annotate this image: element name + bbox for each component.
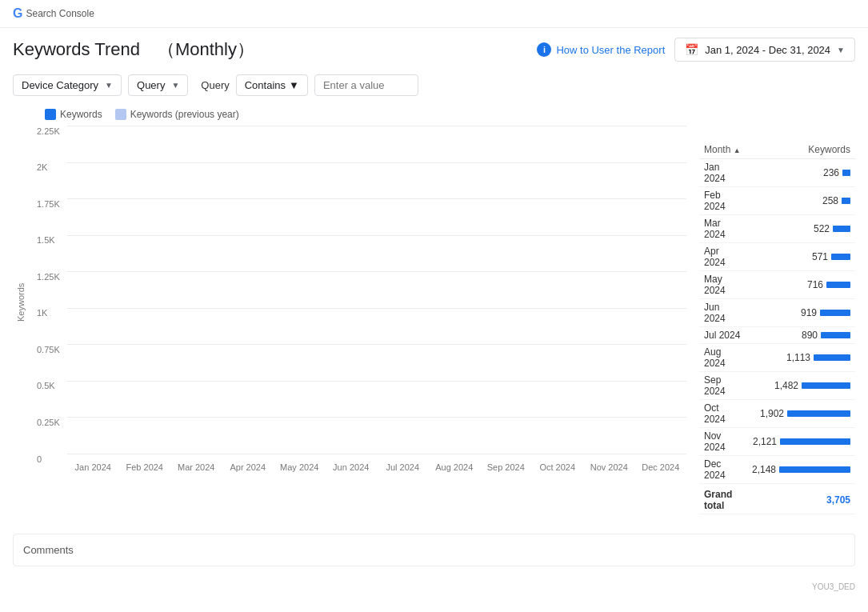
x-label: Jan 2024 <box>67 462 119 472</box>
table-cell-value: 258 <box>747 187 855 215</box>
mini-bar <box>814 354 850 361</box>
grand-total-value: 3,705 <box>747 484 855 514</box>
contains-caret: ▼ <box>289 79 299 91</box>
x-label: Sep 2024 <box>480 462 532 472</box>
x-label: Jun 2024 <box>326 462 378 472</box>
bars-container <box>67 126 686 454</box>
calendar-icon: 📅 <box>685 43 698 56</box>
mini-bar <box>779 466 850 473</box>
legend-keywords-prev-label: Keywords (previous year) <box>130 109 239 120</box>
query-filter-caret: ▼ <box>171 81 179 90</box>
table-value: 919 <box>801 307 817 318</box>
mini-bar-cell: 919 <box>752 307 850 318</box>
y-tick-label: 1.75K <box>37 199 60 209</box>
table-cell-value: 2,121 <box>747 428 855 456</box>
table-body: Jan 2024236Feb 2024258Mar 2024522Apr 202… <box>699 159 855 484</box>
query-filter-dropdown[interactable]: Query ▼ <box>128 74 188 96</box>
filters-row: Device Category ▼ Query ▼ Query Contains… <box>0 68 868 102</box>
logo-text: Search Console <box>26 8 94 19</box>
query-label: Query <box>201 79 229 91</box>
google-logo: G Search Console <box>13 6 94 21</box>
table-cell-value: 1,482 <box>747 372 855 400</box>
table-cell-value: 1,902 <box>747 400 855 428</box>
data-table: Month ▲ Keywords Jan 2024236Feb 2024258M… <box>699 141 855 514</box>
mini-bar <box>780 438 850 445</box>
table-value: 1,902 <box>760 408 784 419</box>
table-value: 1,113 <box>786 352 810 363</box>
mini-bar <box>833 226 850 232</box>
mini-bar <box>826 282 850 288</box>
table-value: 571 <box>812 251 828 262</box>
chart-inner: 00.25K0.5K0.75K1K1.25K1.5K1.75K2K2.25K J… <box>35 126 686 478</box>
query-filter-label: Query <box>137 79 165 91</box>
sort-arrow-month: ▲ <box>734 146 741 154</box>
chart-container: Keywords Keywords (previous year) Keywor… <box>13 109 686 514</box>
mini-bar-cell: 2,121 <box>752 436 850 447</box>
table-value: 236 <box>823 167 839 178</box>
mini-bar <box>820 310 850 316</box>
page-header: Keywords Trend （Monthly） i How to User t… <box>0 28 868 68</box>
table-row: Jan 2024236 <box>699 159 855 187</box>
date-picker[interactable]: 📅 Jan 1, 2024 - Dec 31, 2024 ▼ <box>674 38 855 62</box>
table-cell-month: Nov 2024 <box>699 428 747 456</box>
x-label: Nov 2024 <box>583 462 635 472</box>
y-tick-label: 0 <box>37 454 42 464</box>
chart-legend: Keywords Keywords (previous year) <box>45 109 686 120</box>
y-tick-label: 2K <box>37 162 47 172</box>
mini-bar-cell: 1,482 <box>752 380 850 391</box>
table-cell-month: Jun 2024 <box>699 299 747 327</box>
table-col-month[interactable]: Month ▲ <box>699 141 747 159</box>
table-row: Oct 20241,902 <box>699 400 855 428</box>
mini-bar-cell: 890 <box>752 330 850 341</box>
footer-text: YOU3_DED <box>812 582 855 591</box>
footer: YOU3_DED <box>0 579 868 594</box>
mini-bar-cell: 236 <box>752 167 850 178</box>
mini-bar <box>821 332 850 338</box>
x-label: May 2024 <box>274 462 326 472</box>
y-tick-label: 0.5K <box>37 381 55 390</box>
x-label: Dec 2024 <box>635 462 687 472</box>
table-cell-value: 571 <box>747 243 855 271</box>
query-value-input[interactable] <box>314 74 418 96</box>
mini-bar-cell: 571 <box>752 251 850 262</box>
table-cell-month: Aug 2024 <box>699 344 747 372</box>
grand-total-row: Grand total 3,705 <box>699 484 855 514</box>
how-to-link[interactable]: i How to User the Report <box>537 42 665 57</box>
mini-bar-cell: 716 <box>752 279 850 290</box>
table-cell-month: Jul 2024 <box>699 327 747 344</box>
y-tick-label: 0.25K <box>37 418 60 427</box>
device-category-label: Device Category <box>22 79 98 91</box>
table-row: Jul 2024890 <box>699 327 855 344</box>
table-row: Dec 20242,148 <box>699 456 855 484</box>
chart-area: Keywords Keywords (previous year) Keywor… <box>0 102 868 521</box>
x-label: Apr 2024 <box>222 462 274 472</box>
device-category-dropdown[interactable]: Device Category ▼ <box>13 74 122 96</box>
top-bar: G Search Console <box>0 0 868 28</box>
mini-bar-cell: 522 <box>752 223 850 234</box>
table-cell-month: Feb 2024 <box>699 187 747 215</box>
contains-label: Contains <box>245 79 286 91</box>
how-to-label: How to User the Report <box>556 44 665 56</box>
x-label: Jul 2024 <box>377 462 429 472</box>
x-labels: Jan 2024Feb 2024Mar 2024Apr 2024May 2024… <box>67 456 686 478</box>
logo-g: G <box>13 6 22 21</box>
table-row: Sep 20241,482 <box>699 372 855 400</box>
info-icon: i <box>537 42 551 57</box>
mini-bar <box>842 198 850 204</box>
table-col-keywords[interactable]: Keywords <box>747 141 855 159</box>
data-table-container: Month ▲ Keywords Jan 2024236Feb 2024258M… <box>699 141 855 514</box>
table-cell-value: 890 <box>747 327 855 344</box>
mini-bar-cell: 1,113 <box>752 352 850 363</box>
table-row: Jun 2024919 <box>699 299 855 327</box>
table-row: Apr 2024571 <box>699 243 855 271</box>
x-label: Oct 2024 <box>532 462 584 472</box>
y-tick-label: 2.25K <box>37 126 60 136</box>
table-cell-month: May 2024 <box>699 271 747 299</box>
y-tick-label: 1.25K <box>37 272 60 282</box>
mini-bar <box>787 410 850 417</box>
table-value: 258 <box>822 195 838 206</box>
x-label: Feb 2024 <box>119 462 171 472</box>
contains-dropdown[interactable]: Contains ▼ <box>236 74 308 96</box>
legend-keywords-color <box>45 109 56 120</box>
table-row: Mar 2024522 <box>699 215 855 243</box>
